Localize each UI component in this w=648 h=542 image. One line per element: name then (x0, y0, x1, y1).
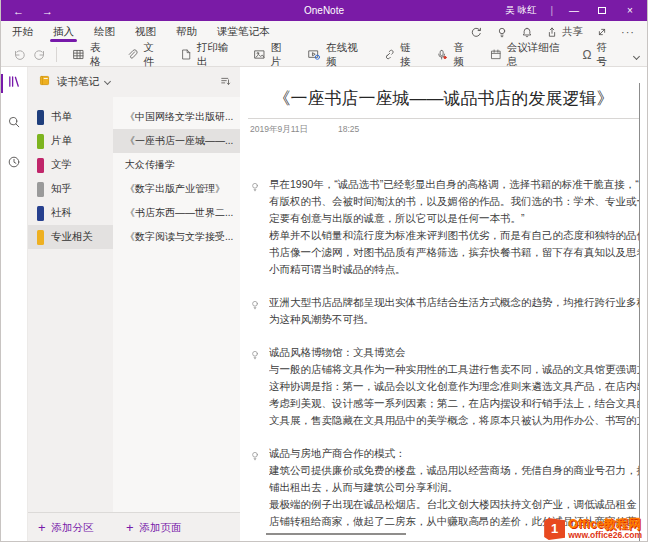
note-line: 早在1990年，“诚品选书”已经彰显出自身的高格调，选择书籍的标准干脆直接，“我 (269, 176, 639, 193)
file-attach-button[interactable]: 文件 (117, 43, 170, 66)
note-line: 为这种风潮势不可挡。 (269, 311, 639, 328)
page-item-selected[interactable]: 《一座书店一座城——... (113, 129, 240, 153)
note-outline-item: 亚洲大型书店品牌都呈现出实体书店结合生活方式概念的趋势，均推行跨行业多种经营， … (250, 294, 639, 328)
notebook-name: 读书笔记 (57, 75, 99, 89)
insert-toolbar: 表格 文件 打印输出 图片 在线视频 链接 音频 会议详细信息 (1, 43, 647, 67)
add-section-label: 添加分区 (52, 521, 94, 535)
minimize-button[interactable]: — (567, 5, 581, 16)
add-page-label: 添加页面 (140, 521, 182, 535)
paperclip-icon (126, 48, 138, 61)
titlebar-divider: | (550, 5, 553, 16)
page-item[interactable]: 《书店东西——世界二... (113, 201, 240, 225)
file-label: 文件 (143, 41, 161, 69)
audio-button[interactable]: 音频 (427, 43, 480, 66)
lightbulb-icon[interactable] (496, 26, 508, 39)
link-button[interactable]: 链接 (373, 43, 427, 66)
lightbulb-tag-icon[interactable] (250, 445, 269, 530)
section-item[interactable]: 知乎 (28, 177, 113, 201)
page-date: 2019年9月11日 (250, 124, 308, 136)
page-canvas[interactable]: 《一座书店一座城——诚品书店的发展逻辑》 2019年9月11日 18:25 早在… (240, 67, 647, 542)
section-item[interactable]: 片单 (28, 129, 113, 153)
bell-icon[interactable] (521, 26, 533, 39)
link-icon (382, 48, 395, 61)
tab-help[interactable]: 帮助 (175, 21, 198, 43)
note-line: 铺出租出去，从而与建筑公司分享利润。 (269, 479, 639, 496)
watermark-url: www.office26.com (568, 531, 642, 540)
watermark-logo-icon: 1 (544, 518, 565, 540)
note-line: 诚品与房地产商合作的模式： (269, 445, 639, 462)
notebook-icon (38, 73, 51, 91)
note-line: 有版权的书、会被时间淘汰的书，以及媚俗的作品。我们选的书：学术、专业或一般均可 (269, 193, 639, 210)
section-item-selected[interactable]: 专业相关 (28, 225, 113, 249)
section-item[interactable]: 社科 (28, 201, 113, 225)
redo-icon[interactable] (30, 48, 51, 62)
note-line: 亚洲大型书店品牌都呈现出实体书店结合生活方式概念的趋势，均推行跨行业多种经营， (269, 294, 639, 311)
section-item[interactable]: 书单 (28, 105, 113, 129)
toolbar-separator (56, 47, 57, 62)
note-line: 建筑公司提供廉价或免费的楼盘，诚品用以经营商场，凭借自身的商业号召力，拉动该地 (269, 462, 639, 479)
scrollbar[interactable] (639, 83, 640, 542)
share-button[interactable]: 共享 (546, 25, 583, 39)
user-name[interactable]: 吴 咏红 (505, 4, 536, 17)
link-label: 链接 (400, 41, 418, 69)
library-icon (7, 74, 22, 93)
tab-view[interactable]: 视图 (134, 21, 157, 43)
note-line: 榜单并不以销量和流行度为标准来评判图书优劣，而是有自己的态度和独特的品位，这一 (269, 227, 639, 244)
fullscreen-icon[interactable] (596, 26, 608, 38)
add-section-button[interactable]: + 添加分区 (28, 520, 113, 535)
note-line: 与一般的店铺将文具作为一种实用性的工具进行售卖不同，诚品的文具馆更强调文具整体 (269, 361, 639, 378)
online-video-label: 在线视频 (326, 41, 364, 69)
page-title[interactable]: 《一座书店一座城——诚品书店的发展逻辑》 (248, 87, 639, 119)
picture-icon (253, 48, 266, 61)
lightbulb-tag-icon[interactable] (250, 294, 269, 328)
tab-draw[interactable]: 绘图 (93, 21, 116, 43)
picture-button[interactable]: 图片 (244, 43, 298, 66)
picture-label: 图片 (271, 41, 289, 69)
meeting-details-button[interactable]: 会议详细信息 (481, 43, 574, 66)
table-button[interactable]: 表格 (63, 43, 117, 66)
sort-pages-button[interactable] (219, 73, 232, 91)
symbol-label: 符号 (596, 41, 615, 69)
section-label: 社科 (51, 206, 72, 220)
share-label: 共享 (562, 25, 583, 39)
maximize-button[interactable] (595, 5, 609, 16)
note-body[interactable]: 早在1990年，“诚品选书”已经彰显出自身的高格调，选择书籍的标准干脆直接，“我… (248, 176, 639, 530)
search-icon (7, 115, 21, 133)
add-page-button[interactable]: + 添加页面 (113, 520, 182, 535)
section-item[interactable]: 文学 (28, 153, 113, 177)
page-item[interactable]: 大众传播学 (113, 153, 240, 177)
printout-button[interactable]: 打印输出 (171, 43, 244, 66)
undo-icon[interactable] (9, 48, 30, 62)
page-item[interactable]: 《数字出版产业管理》 (113, 177, 240, 201)
online-video-button[interactable]: 在线视频 (298, 43, 373, 66)
clock-icon (7, 155, 21, 173)
chevron-down-icon (633, 52, 640, 59)
watermark: 1 Office教程网 www.office26.com (544, 518, 642, 540)
note-line: 书店像一个滤网，对图书品质有严格筛选，摈弃快餐书籍，留下存有真知以及思考的书。 (269, 244, 639, 261)
titlebar: ← → OneNote 吴 咏红 | — × (1, 0, 647, 21)
page-item[interactable]: 《中国网络文学出版研... (113, 105, 240, 129)
tab-insert[interactable]: 插入 (52, 21, 75, 43)
notebooks-rail-button[interactable] (1, 74, 27, 93)
notebook-selector[interactable]: 读书笔记 (28, 67, 240, 97)
calendar-icon (490, 48, 502, 61)
audio-label: 音频 (453, 41, 471, 69)
note-horizontal-rule (266, 533, 406, 535)
recent-notes-rail-button[interactable] (1, 155, 27, 173)
tab-class-notebook[interactable]: 课堂笔记本 (216, 21, 271, 43)
lightbulb-tag-icon[interactable] (250, 344, 269, 429)
section-color-tab (37, 230, 44, 245)
toolbar-expand-chevron[interactable] (626, 49, 647, 61)
search-rail-button[interactable] (1, 115, 27, 133)
close-button[interactable]: × (623, 5, 637, 16)
tab-home[interactable]: 开始 (11, 21, 34, 43)
section-color-tab (37, 110, 44, 125)
page-item[interactable]: 《数字阅读与文学接受... (113, 225, 240, 249)
share-icon (546, 26, 558, 39)
note-line: 定要有创意与出版的诚意，所以它可以是任何一本书。” (269, 210, 639, 227)
sync-icon[interactable] (470, 26, 483, 39)
symbol-button[interactable]: Ω 符号 (573, 43, 624, 66)
section-label: 片单 (51, 134, 72, 148)
more-options-button[interactable]: ··· (621, 26, 635, 38)
lightbulb-tag-icon[interactable] (250, 176, 269, 278)
